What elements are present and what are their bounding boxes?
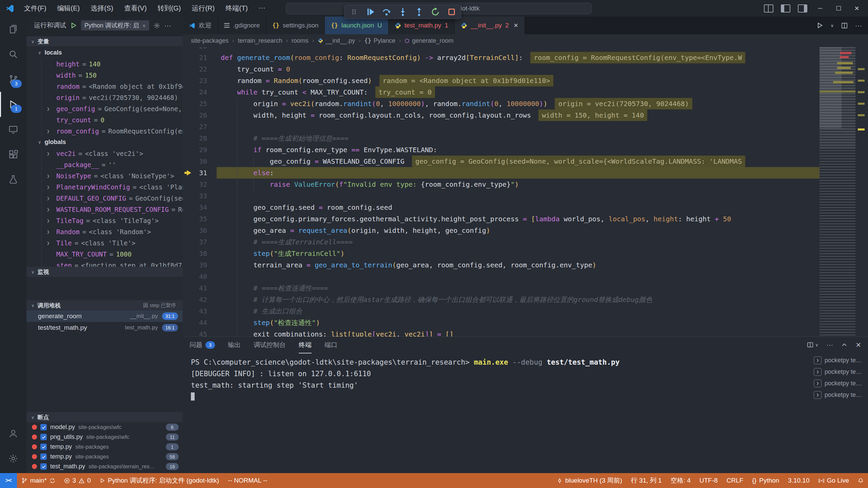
tab-test_math.py[interactable]: test_math.py1 xyxy=(389,17,455,34)
chevron-right-icon[interactable]: ❯ xyxy=(47,128,50,134)
variable-row[interactable]: ❯NoiseType=<class 'NoiseType'> xyxy=(26,170,183,181)
stack-frame[interactable]: test/test_math.pytest_math.py16:1 xyxy=(26,322,183,333)
status-problems[interactable]: 30 xyxy=(60,473,95,488)
code-line-32[interactable]: 32 raise ValueError(f"Invalid env type: … xyxy=(183,179,820,190)
callstack-section-header[interactable]: ∨ 调用堆栈 因 step 已暂停 xyxy=(26,300,183,310)
chevron-right-icon[interactable]: ❯ xyxy=(47,218,50,223)
code-line-40[interactable]: 40 xyxy=(183,271,820,282)
variable-row[interactable]: ❯vec2i=<class 'vec2i'> xyxy=(26,148,183,159)
variable-row[interactable]: origin=vec2i(7205730, 9024468) xyxy=(26,92,183,103)
tab-launch.json[interactable]: {}launch.jsonU xyxy=(325,17,388,34)
variable-row[interactable]: ❯Random=<class 'Random'> xyxy=(26,226,183,237)
code-line-41[interactable]: 41 # ====检查连通性==== xyxy=(183,282,820,294)
status-debug-session[interactable]: Python 调试程序: 启动文件 (godot-ldtk) xyxy=(95,473,223,488)
code-line-24[interactable]: 24 while try_count < MAX_TRY_COUNT:try_c… xyxy=(183,86,820,98)
sidebar-item-remote-explorer[interactable] xyxy=(0,117,26,142)
code-line-31[interactable]: 31 else: xyxy=(183,167,820,179)
more-actions-icon[interactable]: ··· xyxy=(164,22,171,29)
menu-item-3[interactable]: 选择(S) xyxy=(85,2,118,15)
status-cursor-position[interactable]: 行 31, 列 1 xyxy=(627,473,666,488)
code-line-33[interactable]: 33 xyxy=(183,190,820,202)
menu-item-1[interactable]: 文件(F) xyxy=(19,2,52,15)
debug-step-out-icon[interactable] xyxy=(415,7,423,16)
minimap[interactable] xyxy=(820,47,855,337)
terminal-instance[interactable]: ❯pocketpy te… xyxy=(812,389,867,401)
breakpoint-row[interactable]: test_math.pysite-packages\terrain_res…16 xyxy=(26,462,183,471)
code-line-42[interactable]: 42 # 计算每一个出口的中心，然后使用astar生成路径，确保每一个出口组合都… xyxy=(183,294,820,305)
maximize-panel-icon[interactable] xyxy=(841,342,847,348)
menu-item-5[interactable]: 转到(G) xyxy=(153,2,186,15)
panel-tab-调试控制台[interactable]: 调试控制台 xyxy=(254,337,286,353)
tab-settings.json[interactable]: {}settings.json xyxy=(266,17,325,34)
toolbar-drag-handle[interactable] xyxy=(350,7,358,16)
scope-locals[interactable]: ∨locals xyxy=(26,47,183,58)
code-line-39[interactable]: 39 terrain_area = geo_area_to_terrain(ge… xyxy=(183,259,820,271)
terminal-output[interactable]: PS C:\computer_science\godot-ldtk\site-p… xyxy=(191,357,809,470)
breakpoint-row[interactable]: png_utils.pysite-packages\wfc11 xyxy=(26,432,183,442)
close-panel-icon[interactable]: ✕ xyxy=(855,341,861,349)
variable-row[interactable]: ❯WASTELAND_ROOM_REQUEST_CONFIG=RoomR… xyxy=(26,204,183,215)
breakpoint-checkbox[interactable] xyxy=(40,434,47,440)
status-language[interactable]: {}Python xyxy=(748,473,784,488)
status-indentation[interactable]: 空格: 4 xyxy=(666,473,695,488)
minimize-button[interactable]: ─ xyxy=(812,0,828,17)
status-commit-info[interactable]: blueloveTH (3 周前) xyxy=(552,473,627,488)
chevron-right-icon[interactable]: ❯ xyxy=(47,106,50,111)
variable-row[interactable]: random=<Random object at 0x1bf9d01e… xyxy=(26,81,183,92)
chevron-right-icon[interactable]: ❯ xyxy=(47,240,50,246)
variables-section-header[interactable]: ∨ 变量 xyxy=(26,36,183,46)
tab-.gdignore[interactable]: .gdignore xyxy=(218,17,266,34)
chevron-right-icon[interactable]: ❯ xyxy=(47,196,50,201)
variable-row[interactable]: ❯geo_config=GeoConfig(seed=None, wor… xyxy=(26,103,183,114)
variable-row[interactable]: width=150 xyxy=(26,69,183,81)
code-line-28[interactable]: 28 # ====生成初始地理信息==== xyxy=(183,133,820,144)
breakpoint-row[interactable]: model.pysite-packages\wfc6 xyxy=(26,422,183,432)
code-line-21[interactable]: 21def generate_room(room_config: RoomReq… xyxy=(183,52,820,63)
code-line-34[interactable]: 34 geo_config.seed = room_config.seed xyxy=(183,202,820,213)
code-line-37[interactable]: 37 # ====生成TerrainCell==== xyxy=(183,236,820,248)
variable-row[interactable]: height=140 xyxy=(26,58,183,69)
chevron-right-icon[interactable]: ❯ xyxy=(47,151,50,156)
code-editor[interactable]: 2021def generate_room(room_config: RoomR… xyxy=(183,47,820,337)
menu-item-8[interactable]: ··· xyxy=(254,2,271,15)
variable-row[interactable]: step=<function step at 0x1bf8d716d xyxy=(26,260,183,267)
watch-section-header[interactable]: ∨ 监视 xyxy=(26,267,183,277)
debug-stop-icon[interactable] xyxy=(447,7,456,16)
code-line-38[interactable]: 38 step("生成TerrainCell") xyxy=(183,248,820,259)
status-notifications[interactable] xyxy=(853,473,868,488)
breakpoint-row[interactable]: temp.pysite-packages1 xyxy=(26,442,183,452)
sidebar-item-run-and-debug[interactable]: 1 xyxy=(0,92,26,117)
breakpoint-checkbox[interactable] xyxy=(40,424,47,430)
variable-row[interactable]: ❯DEFAULT_GEO_CONFIG=GeoConfig(seed=1… xyxy=(26,192,183,204)
breadcrumb-item[interactable]: rooms xyxy=(292,37,309,44)
code-line-20[interactable]: 20 xyxy=(183,47,820,52)
variable-row[interactable]: ❯PlanetaryWindConfig=<class 'Planeta… xyxy=(26,181,183,192)
code-line-29[interactable]: 29 if room_config.env_type == EnvType.WA… xyxy=(183,144,820,156)
chevron-right-icon[interactable]: ❯ xyxy=(47,229,50,235)
sidebar-item-account[interactable] xyxy=(0,421,26,446)
maximize-button[interactable]: ☐ xyxy=(831,0,846,17)
close-icon[interactable]: ✕ xyxy=(514,22,518,29)
code-line-45[interactable]: 45 exit_combinations: list[tuple[vec2i, … xyxy=(183,328,820,337)
variable-row[interactable]: MAX_TRY_COUNT=1000 xyxy=(26,248,183,260)
sidebar-item-source-control[interactable]: 3 xyxy=(0,67,26,92)
remote-indicator[interactable]: >< xyxy=(0,473,17,488)
breadcrumb-item[interactable]: generate_room xyxy=(405,37,453,44)
code-line-27[interactable]: 27 xyxy=(183,121,820,133)
scope-globals[interactable]: ∨globals xyxy=(26,137,183,148)
status-vim-mode[interactable]: -- NORMAL -- xyxy=(223,473,272,488)
breakpoints-section-header[interactable]: ∨ 断点 xyxy=(26,412,183,422)
toggle-sidebar-icon[interactable] xyxy=(781,4,790,13)
panel-tab-输出[interactable]: 输出 xyxy=(228,337,241,353)
code-line-25[interactable]: 25 origin = vec2i(random.randint(0, 1000… xyxy=(183,98,820,109)
sidebar-item-extensions[interactable] xyxy=(0,142,26,167)
terminal-instance[interactable]: ❯pocketpy te… xyxy=(812,354,867,366)
tab-欢迎[interactable]: 欢迎 xyxy=(183,17,218,34)
variable-row[interactable]: __package__='' xyxy=(26,159,183,170)
status-git-branch[interactable]: main* xyxy=(17,473,60,488)
breakpoint-checkbox[interactable] xyxy=(40,453,47,460)
code-line-36[interactable]: 36 geo_area = request_area(origin, width… xyxy=(183,225,820,236)
more-actions-icon[interactable]: ··· xyxy=(826,341,833,349)
status-encoding[interactable]: UTF-8 xyxy=(695,473,722,488)
code-line-22[interactable]: 22 try_count = 0 xyxy=(183,63,820,75)
